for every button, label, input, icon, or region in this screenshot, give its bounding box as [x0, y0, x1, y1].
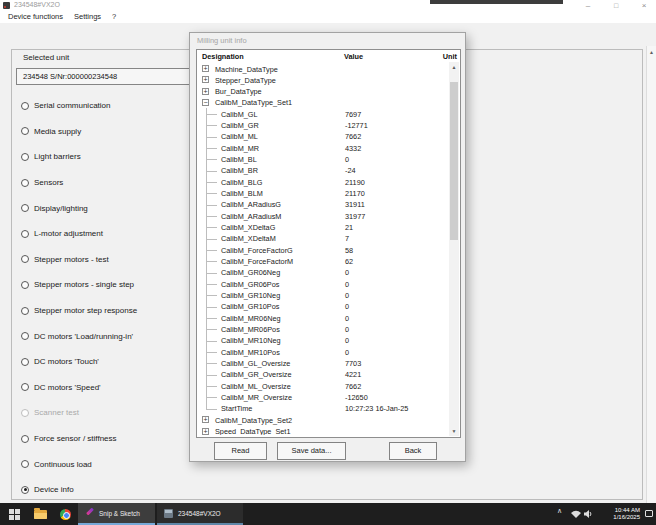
menu-device-functions[interactable]: Device functions [8, 12, 63, 21]
tree-connector [206, 108, 218, 119]
tree-row[interactable]: CalibM_ARadiusG31911 [198, 199, 448, 210]
tree-row[interactable]: CalibM_BLG21190 [198, 176, 448, 187]
radio-icon[interactable] [21, 127, 29, 135]
radio-option[interactable]: L-motor adjustment [21, 221, 191, 247]
radio-icon[interactable] [21, 204, 29, 212]
column-value: Value [344, 52, 363, 61]
radio-icon[interactable] [21, 281, 29, 289]
radio-option[interactable]: Media supply [21, 119, 191, 145]
radio-icon[interactable] [21, 179, 29, 187]
tree-row[interactable]: +Stepper_DataType [198, 74, 448, 85]
radio-icon[interactable] [21, 383, 29, 391]
radio-option[interactable]: DC motors 'Load/running-in' [21, 323, 191, 349]
start-button[interactable] [2, 503, 26, 525]
milling-unit-info-dialog: Milling unit info Designation Value Unit… [189, 32, 466, 462]
radio-icon[interactable] [21, 358, 29, 366]
tree-row[interactable]: CalibM_MR06Neg0 [198, 312, 448, 323]
scroll-up-icon[interactable]: ▲ [449, 64, 459, 70]
expand-icon[interactable]: + [202, 416, 209, 423]
radio-icon[interactable] [21, 486, 29, 494]
tree-row[interactable]: CalibM_GR06Pos0 [198, 278, 448, 289]
tree-row[interactable]: CalibM_ARadiusM31977 [198, 210, 448, 221]
radio-icon[interactable] [21, 230, 29, 238]
taskbar-clock[interactable]: 10:44 AM 1/16/2025 [596, 507, 640, 521]
tree-row[interactable]: CalibM_GR10Neg0 [198, 290, 448, 301]
tree-row[interactable]: CalibM_ForceFactorG58 [198, 244, 448, 255]
tree-row[interactable]: CalibM_GR_Oversize4221 [198, 369, 448, 380]
taskbar-app-vx2o[interactable]: 234548#VX2O [157, 503, 243, 525]
tree-row[interactable]: CalibM_MR_Oversize-12650 [198, 392, 448, 403]
tree-row[interactable]: CalibM_GL7697 [198, 108, 448, 119]
file-explorer-button[interactable] [28, 503, 52, 525]
radio-option[interactable]: Stepper motors - test [21, 247, 191, 273]
tree-row[interactable]: +Bur_DataType [198, 86, 448, 97]
tree-row[interactable]: CalibM_MR10Neg0 [198, 335, 448, 346]
tree-row-label: CalibM_MR06Pos [221, 325, 280, 334]
tree-row[interactable]: CalibM_MR10Pos0 [198, 346, 448, 357]
tree-row[interactable]: CalibM_ForceFactorM62 [198, 256, 448, 267]
tree-scrollbar[interactable]: ▲ ▼ [449, 62, 459, 436]
tree-row[interactable]: CalibM_GR06Neg0 [198, 267, 448, 278]
tree-row[interactable]: CalibM_ML7662 [198, 131, 448, 142]
radio-option[interactable]: DC motors 'Touch' [21, 349, 191, 375]
radio-option[interactable]: DC motors 'Speed' [21, 375, 191, 401]
radio-icon[interactable] [21, 460, 29, 468]
maximize-button[interactable]: □ [608, 0, 624, 11]
minimize-button[interactable]: – [580, 0, 596, 11]
scroll-down-icon[interactable]: ▼ [449, 428, 459, 434]
tree-row-label: CalibM_GR_Oversize [221, 370, 292, 379]
menu-help[interactable]: ? [112, 12, 116, 21]
radio-icon[interactable] [21, 255, 29, 263]
tree-row[interactable]: −CalibM_DataType_Set1 [198, 97, 448, 108]
tree-row[interactable]: CalibM_BL0 [198, 154, 448, 165]
radio-option[interactable]: Stepper motors - single step [21, 272, 191, 298]
radio-icon[interactable] [21, 153, 29, 161]
tree-row[interactable]: +CalibM_DataType_Set2 [198, 414, 448, 425]
tree-row[interactable]: CalibM_XDeltaM7 [198, 233, 448, 244]
scrollbar-thumb[interactable] [450, 82, 458, 240]
save-data-button[interactable]: Save data... [277, 442, 346, 460]
radio-option[interactable]: Continuous load [21, 451, 191, 477]
back-button[interactable]: Back [389, 442, 437, 460]
main-window-scrollbar[interactable]: ▲ ▼ [646, 46, 656, 525]
wifi-icon[interactable] [571, 510, 581, 518]
close-button[interactable]: × [636, 0, 652, 11]
collapse-icon[interactable]: − [202, 99, 209, 106]
window-title: 234548#VX2O [14, 1, 60, 8]
tree-row[interactable]: CalibM_ML_Oversize7662 [198, 380, 448, 391]
tree-row[interactable]: CalibM_BR-24 [198, 165, 448, 176]
tree-row[interactable]: CalibM_GL_Oversize7703 [198, 358, 448, 369]
tree-row[interactable]: CalibM_BLM21170 [198, 188, 448, 199]
scroll-up-icon[interactable]: ▲ [647, 49, 656, 55]
radio-option[interactable]: Serial communication [21, 93, 191, 119]
tree-row[interactable]: StartTime10:27:23 16-Jan-25 [198, 403, 448, 414]
expand-icon[interactable]: + [202, 65, 209, 72]
action-center-icon[interactable] [645, 510, 653, 517]
tree-row[interactable]: +Machine_DataType [198, 63, 448, 74]
radio-icon[interactable] [21, 307, 29, 315]
tray-expand-icon[interactable]: ∧ [557, 507, 562, 515]
radio-icon[interactable] [21, 102, 29, 110]
radio-option[interactable]: Light barriers [21, 144, 191, 170]
expand-icon[interactable]: + [202, 88, 209, 95]
menu-settings[interactable]: Settings [74, 12, 101, 21]
tree-row[interactable]: CalibM_MR4332 [198, 142, 448, 153]
expand-icon[interactable]: + [202, 428, 209, 435]
radio-icon[interactable] [21, 332, 29, 340]
radio-icon[interactable] [21, 435, 29, 443]
tree-row[interactable]: CalibM_GR10Pos0 [198, 301, 448, 312]
radio-option[interactable]: Stepper motor step response [21, 298, 191, 324]
tree-row[interactable]: CalibM_MR06Pos0 [198, 324, 448, 335]
radio-option[interactable]: Device info [21, 477, 191, 503]
tree-row[interactable]: CalibM_XDeltaG21 [198, 222, 448, 233]
speaker-icon[interactable] [584, 510, 593, 518]
expand-icon[interactable]: + [202, 76, 209, 83]
radio-option[interactable]: Sensors [21, 170, 191, 196]
tree-row[interactable]: CalibM_GR-12771 [198, 120, 448, 131]
read-button[interactable]: Read [214, 442, 267, 460]
radio-option[interactable]: Display/lighting [21, 195, 191, 221]
radio-option[interactable]: Force sensor / stiffness [21, 426, 191, 452]
tree-row[interactable]: +Speed_DataType_Set1 [198, 426, 448, 436]
chrome-button[interactable] [53, 503, 77, 525]
taskbar-app-snip-sketch[interactable]: Snip & Sketch [78, 503, 155, 525]
